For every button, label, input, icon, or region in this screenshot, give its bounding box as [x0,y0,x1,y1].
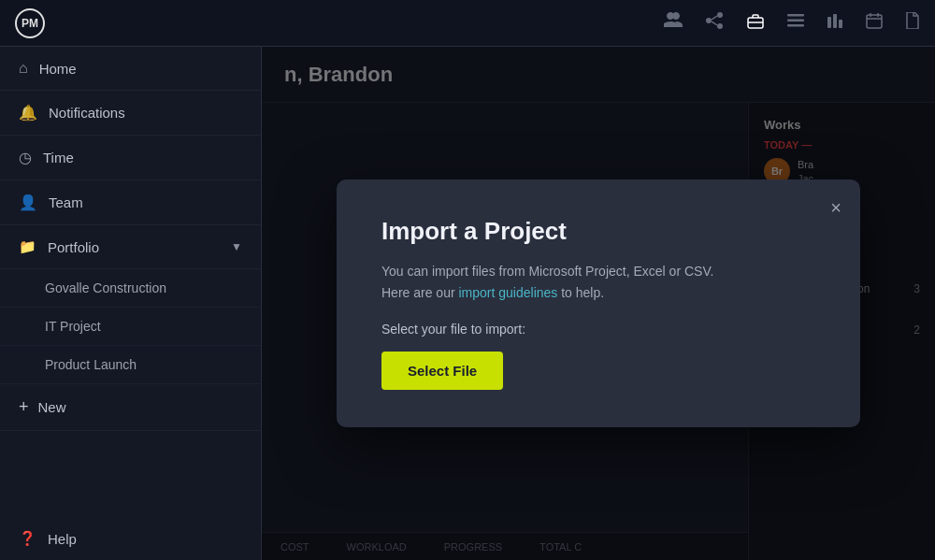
svg-rect-8 [787,20,804,22]
select-file-button[interactable]: Select File [381,352,503,390]
top-nav-icons [664,12,920,34]
svg-point-1 [717,12,723,18]
sidebar-item-time[interactable]: ◷ Time [0,136,261,180]
calendar-icon[interactable] [866,12,883,34]
sidebar-item-team[interactable]: 👤 Team [0,180,261,225]
svg-rect-10 [827,17,831,28]
sidebar-subitem-it[interactable]: IT Project [0,308,261,346]
sidebar: ⌂ Home 🔔 Notifications ◷ Time 👤 Team 📁 P… [0,47,262,560]
sidebar-item-help[interactable]: ❓ Help [0,517,261,560]
team-icon: 👤 [19,194,37,211]
list-icon[interactable] [787,12,804,34]
home-icon: ⌂ [19,60,28,77]
sidebar-home-label: Home [39,61,77,77]
sidebar-item-portfolio[interactable]: 📁 Portfolio ▼ [0,225,261,269]
sidebar-new-label: New [38,399,66,415]
sidebar-item-new[interactable]: + New [0,384,261,431]
chart-icon[interactable] [827,12,843,34]
document-icon[interactable] [905,12,920,34]
sidebar-team-label: Team [49,194,83,210]
svg-point-2 [717,23,723,29]
top-nav-bar: PM [0,0,935,47]
import-guidelines-link[interactable]: import guidelines [458,285,557,300]
sidebar-item-home[interactable]: ⌂ Home [0,47,261,91]
sidebar-notifications-label: Notifications [49,105,125,121]
sidebar-project-3-label: Product Launch [45,357,137,372]
sidebar-time-label: Time [43,150,74,165]
bell-icon: 🔔 [19,104,37,122]
svg-rect-13 [867,15,882,28]
svg-line-4 [712,22,717,25]
svg-line-3 [712,16,717,20]
import-modal: × Import a Project You can import files … [337,179,860,427]
portfolio-icon: 📁 [19,238,36,255]
help-icon: ❓ [19,530,36,547]
plus-icon: + [19,397,29,417]
modal-description: You can import files from Microsoft Proj… [381,261,815,303]
briefcase-icon[interactable] [746,12,765,34]
main-layout: ⌂ Home 🔔 Notifications ◷ Time 👤 Team 📁 P… [0,47,935,560]
svg-point-0 [706,18,712,23]
modal-desc-part2: to help. [557,285,604,300]
sidebar-help-label: Help [48,531,77,547]
modal-title: Import a Project [381,217,815,246]
svg-rect-11 [833,14,837,28]
modal-close-button[interactable]: × [827,194,845,221]
sidebar-subitem-govalle[interactable]: Govalle Construction [0,269,261,308]
people-icon[interactable] [664,12,683,34]
connections-icon[interactable] [705,12,724,34]
sidebar-subitem-product[interactable]: Product Launch [0,346,261,384]
sidebar-project-1-label: Govalle Construction [45,280,166,295]
chevron-down-icon: ▼ [231,240,242,253]
sidebar-portfolio-label: Portfolio [48,239,99,255]
clock-icon: ◷ [19,149,32,166]
svg-rect-12 [839,20,842,28]
app-logo[interactable]: PM [15,8,45,38]
sidebar-project-2-label: IT Project [45,319,101,334]
svg-rect-9 [787,24,804,27]
modal-select-label: Select your file to import: [381,322,815,337]
main-content: n, Brandon COST WORKLOAD PROGRESS TOTAL … [262,47,935,560]
sidebar-item-notifications[interactable]: 🔔 Notifications [0,91,261,136]
svg-rect-7 [787,14,804,17]
modal-overlay: × Import a Project You can import files … [262,47,935,560]
